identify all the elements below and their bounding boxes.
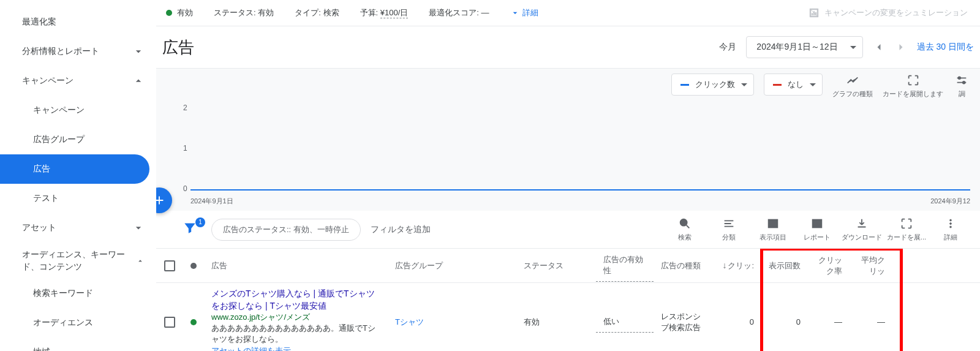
table-toolbar: 1 広告のステータス:: 有効、一時停止 フィルタを追加 検索 分類 表示項目 <box>156 211 980 249</box>
value: — <box>481 8 489 17</box>
sidebar-item-region[interactable]: 地域 <box>0 338 156 351</box>
date-range-controls: 今月 2024年9月1日～12日 過去 30 日間を <box>719 36 974 58</box>
sidebar-item-campaign[interactable]: キャンペーン <box>0 96 156 125</box>
row-select[interactable] <box>156 312 183 333</box>
prev-period-icon[interactable] <box>873 41 885 53</box>
page-title: 広告 <box>162 37 194 58</box>
asset-detail-link[interactable]: アセットの詳細を表示 <box>211 345 380 351</box>
toolbar-icons: 検索 分類 表示項目 レポート ダウンロード <box>665 217 970 242</box>
chart-x-axis: 2024年9月1日 2024年9月12 <box>166 195 970 209</box>
col-validity[interactable]: 広告の有効性 <box>596 249 654 282</box>
expand-icon <box>900 217 913 230</box>
status-dot-green <box>166 10 172 16</box>
ad-preview-cell[interactable]: メンズのTシャツ購入なら | 通販でTシャツをお探しなら | Tシャツ最安値 w… <box>204 283 388 351</box>
period-label: 今月 <box>719 42 736 53</box>
sliders-icon <box>955 74 968 87</box>
sidebar-item-adgroups[interactable]: 広告グループ <box>0 125 156 154</box>
columns-button[interactable]: 表示項目 <box>753 217 793 242</box>
dot-icon <box>190 263 197 269</box>
status-dot-header[interactable] <box>183 258 204 274</box>
col-clicks[interactable]: ↓クリッ: <box>715 255 761 276</box>
detail-link[interactable]: 詳細 <box>510 7 538 18</box>
sidebar-item-label: オーディエンス、キーワード、コンテンツ <box>22 249 136 273</box>
linechart-icon <box>846 74 859 87</box>
segment-button[interactable]: 分類 <box>709 217 748 242</box>
row-validity[interactable]: 低い <box>596 311 654 333</box>
status-enabled[interactable]: 有効 <box>166 7 193 18</box>
status-field: ステータス: 有効 <box>214 7 274 18</box>
metric-selector-2[interactable]: なし <box>764 74 823 96</box>
col-avg[interactable]: 平均クリッ <box>850 250 892 282</box>
label: クリッ: <box>728 261 754 270</box>
label: レポート <box>804 233 831 242</box>
col-impressions[interactable]: 表示回数 <box>761 255 808 276</box>
date-range-picker[interactable]: 2024年9月1日～12日 <box>746 36 862 58</box>
svg-point-2 <box>680 219 687 226</box>
download-button[interactable]: ダウンロード <box>842 217 882 242</box>
table-row[interactable]: メンズのTシャツ購入なら | 通販でTシャツをお探しなら | Tシャツ最安値 w… <box>156 283 980 351</box>
ad-headline: メンズのTシャツ購入なら | 通販でTシャツをお探しなら | Tシャツ最安値 <box>211 288 380 312</box>
detail-label: 詳細 <box>522 7 538 18</box>
value: ¥100/日 <box>380 8 409 18</box>
chevron-down-icon <box>850 46 856 49</box>
filter-count-badge: 1 <box>195 217 205 227</box>
search-button[interactable]: 検索 <box>665 217 704 242</box>
label: ダウンロード <box>842 233 882 242</box>
table-header-row: 広告 広告グループ ステータス 広告の有効性 広告の種類 ↓クリッ: 表示回数 … <box>156 249 980 283</box>
filter-button[interactable]: 1 <box>182 220 202 240</box>
checkbox-icon <box>164 317 175 328</box>
sidebar-item-assets[interactable]: アセット <box>0 213 156 243</box>
sidebar-item-optimize[interactable]: 最適化案 <box>0 7 156 37</box>
sidebar-item-label: 最適化案 <box>22 17 56 28</box>
expand-icon <box>907 74 920 87</box>
sidebar-item-ads[interactable]: 広告 <box>0 154 149 184</box>
col-status[interactable]: ステータス <box>516 255 596 276</box>
add-filter-input[interactable]: フィルタを追加 <box>371 224 655 235</box>
label: タイプ: <box>295 8 321 17</box>
expand-card-button[interactable]: カードを展開します <box>883 74 943 99</box>
more-vert-icon <box>944 217 957 230</box>
checkbox-icon <box>164 260 175 271</box>
next-period-icon[interactable] <box>895 41 907 53</box>
col-type[interactable]: 広告の種類 <box>654 255 715 276</box>
sidebar-item-campaigns[interactable]: キャンペーン <box>0 66 156 96</box>
sidebar-item-search-kw[interactable]: 検索キーワード <box>0 279 156 308</box>
metric-label: なし <box>788 79 804 90</box>
simulate-label: キャンペーンの変更をシュミレーション <box>824 7 968 18</box>
chart-disabled-icon <box>809 7 820 18</box>
select-all-cell[interactable] <box>156 255 183 276</box>
chevron-down-icon <box>510 8 520 18</box>
report-button[interactable]: レポート <box>797 217 837 242</box>
adjust-button[interactable]: 調 <box>953 74 970 99</box>
svg-line-3 <box>687 225 690 228</box>
ads-table: 広告 広告グループ ステータス 広告の有効性 広告の種類 ↓クリッ: 表示回数 … <box>156 249 980 351</box>
metric-selector-1[interactable]: クリック数 <box>671 74 754 96</box>
col-adgroup[interactable]: 広告グループ <box>388 255 516 276</box>
sidebar-item-insights[interactable]: 分析情報とレポート <box>0 37 156 66</box>
chart-type-button[interactable]: グラフの種類 <box>832 74 873 99</box>
row-ctr: — <box>808 312 850 331</box>
card-expand-button[interactable]: カードを展... <box>887 217 926 242</box>
row-status-dot[interactable] <box>183 314 204 330</box>
col-ctr[interactable]: クリック率 <box>808 250 850 282</box>
sidebar-item-audience[interactable]: オーディエンス <box>0 308 156 338</box>
campaign-status-bar: 有効 ステータス: 有効 タイプ: 検索 予算: ¥100/日 最適化スコア: … <box>156 0 980 26</box>
sidebar-item-audiences-kw[interactable]: オーディエンス、キーワード、コンテンツ <box>0 243 156 279</box>
sort-down-icon: ↓ <box>722 260 726 270</box>
label: 分類 <box>722 233 736 242</box>
status-enabled-label: 有効 <box>177 7 193 18</box>
budget-field[interactable]: 予算: ¥100/日 <box>360 7 409 18</box>
y-tick: 0 <box>183 184 187 193</box>
label: 検索 <box>678 233 692 242</box>
chevron-down-icon <box>132 45 145 58</box>
adgroup-link[interactable]: Tシャツ <box>388 312 516 333</box>
sidebar-item-test[interactable]: テスト <box>0 184 156 213</box>
last-30-days-link[interactable]: 過去 30 日間を <box>917 42 974 53</box>
more-button[interactable]: 詳細 <box>931 217 970 242</box>
filter-chip[interactable]: 広告のステータス:: 有効、一時停止 <box>211 219 361 241</box>
sidebar-item-label: 検索キーワード <box>33 288 93 299</box>
svg-point-11 <box>950 219 952 221</box>
chevron-down-icon <box>741 83 747 86</box>
col-ad[interactable]: 広告 <box>204 255 388 276</box>
columns-icon <box>766 217 780 230</box>
